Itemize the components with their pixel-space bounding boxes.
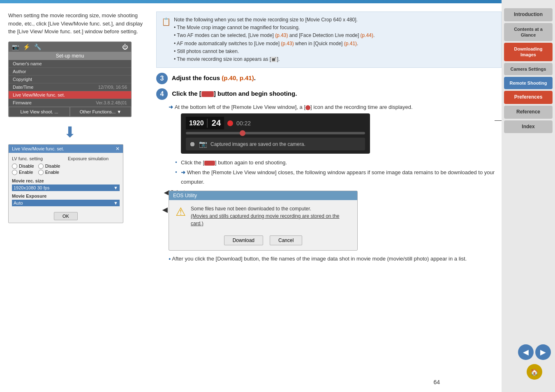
sidebar-item-remote-shooting[interactable]: Remote Shooting: [504, 77, 553, 89]
author-label: Author: [13, 69, 26, 74]
lv-dialog-body: LV func. setting Exposure simulation Dis…: [9, 153, 123, 210]
datetime-label: Date/Time: [13, 85, 33, 90]
down-arrow-container: ⬇: [8, 124, 132, 141]
step4-text: Click the [ ] button and begin shooting.: [172, 90, 297, 97]
eos-dialog: EOS Utility ⚠ Some files have not been d…: [169, 191, 358, 251]
step4-bullets: Click the [] button again to end shootin…: [175, 158, 502, 187]
step4-heading: 4 Click the [ ] button and begin shootin…: [156, 88, 502, 100]
menu-item-firmware: Firmware Ver.3.8.2.4B(01: [9, 99, 131, 107]
rec-slider-thumb: [240, 130, 245, 136]
datetime-value: 12/7/09, 16:56: [98, 85, 127, 90]
lv-disable-radio2[interactable]: Disable: [38, 164, 60, 169]
camera-menu-icons: 📷 ⚡ 🔧 ⏻: [9, 42, 131, 52]
eos-text1: Some files have not been downloaded to t…: [191, 205, 351, 212]
camera-menu: 📷 ⚡ 🔧 ⏻ Owner's name Set-up menu Owner's…: [8, 42, 132, 117]
lv-dialog-footer: OK: [9, 210, 123, 223]
owner-label: Owner's name: [13, 61, 42, 66]
lv-enable-radio1[interactable]: Enable: [12, 170, 34, 175]
lv-ok-button[interactable]: OK: [54, 212, 78, 220]
movie-rec-size-label: Movie rec. size: [12, 178, 120, 183]
sidebar-item-index[interactable]: Index: [504, 120, 553, 134]
lv-enable-radio2[interactable]: Enable: [38, 170, 60, 175]
lv-exp-options: Disable Enable: [38, 164, 60, 175]
lv-enable-input2[interactable]: [38, 170, 44, 175]
settings-icon: 🔧: [34, 44, 41, 50]
lv-disable-input2[interactable]: [38, 164, 44, 169]
step4-content: ➜ At the bottom left of the [Remote Live…: [169, 104, 502, 263]
lv-enable-label2: Enable: [45, 170, 59, 175]
lv-disable-label1: Disable: [19, 164, 34, 168]
record-btn-inline: [201, 91, 214, 97]
menu-item-datetime: Date/Time 12/7/09, 16:56: [9, 83, 131, 91]
lv-disable-label2: Disable: [45, 164, 60, 168]
sidebar-item-contents[interactable]: Contents at a Glance: [504, 23, 553, 42]
sidebar-item-camera-settings[interactable]: Camera Settings: [504, 63, 553, 75]
warning-icon: ⚠: [176, 205, 186, 219]
rec-top-row: 1920 │ 24 00:22: [186, 117, 365, 129]
other-functions-btn[interactable]: Other Functions... ▼: [70, 107, 131, 117]
menu-item-copyright: Copyright: [9, 76, 131, 83]
sidebar-item-reference[interactable]: Reference: [504, 106, 553, 119]
copyright-label: Copyright: [13, 77, 32, 82]
intro-text: When setting the movie recording size, m…: [8, 12, 148, 36]
sidebar-item-preferences[interactable]: Preferences: [504, 91, 553, 104]
nav-icons: ◀ ▶ 🏠: [518, 344, 551, 380]
rec-saved-text: Captured images are saved on the camera.: [210, 141, 305, 147]
movie-rec-size-dropdown[interactable]: 1920x1080 30 fps ▼: [12, 184, 120, 191]
step4-bullet2: Click the [] button again to end shootin…: [175, 158, 502, 167]
eos-dialog-text: Some files have not been downloaded to t…: [191, 205, 351, 227]
note-icon: 📋: [162, 16, 171, 28]
lv-disable-radio1[interactable]: Disable: [12, 164, 34, 169]
rec-cam-icon2: 📷: [199, 140, 207, 148]
eos-dialog-title: EOS Utility: [169, 191, 357, 200]
exposure-dropdown-arrow-icon: ▼: [113, 201, 118, 205]
sidebar-item-downloading[interactable]: Downloading Images: [504, 43, 553, 61]
step4-number: 4: [156, 88, 168, 100]
rec-circle-icon1: [305, 105, 310, 110]
prev-arrow[interactable]: ◀: [518, 344, 534, 360]
eos-text2-underline: (Movies and stills captured during movie…: [191, 213, 340, 226]
page-number: 64: [433, 379, 440, 385]
lv-enable-input1[interactable]: [12, 170, 17, 175]
firmware-label: Firmware: [13, 100, 32, 105]
lightning-icon: ⚡: [23, 44, 30, 50]
movie-exposure-dropdown[interactable]: Auto ▼: [12, 200, 120, 206]
lv-func-label: LV func. setting: [12, 156, 64, 161]
movie-exposure-label: Movie Exposure: [12, 194, 120, 198]
step3-link: (p.40, p.41): [222, 74, 254, 81]
eos-download-button[interactable]: Download: [224, 235, 263, 245]
recording-time-label-container: Recording time: [495, 118, 502, 123]
menu-item-owner: Owner's name: [9, 60, 131, 68]
top-bar: [0, 0, 555, 3]
set-up-menu-label: Set-up menu: [9, 52, 131, 60]
rec-btn-inline2: [204, 161, 215, 166]
recording-panel: 1920 │ 24 00:22 ⏺ 📷: [181, 113, 370, 154]
next-arrow[interactable]: ▶: [535, 344, 551, 360]
lv-close-icon[interactable]: ✕: [116, 146, 120, 152]
home-button[interactable]: 🏠: [527, 364, 542, 380]
recording-panel-container: 1920 │ 24 00:22 ⏺ 📷: [169, 113, 502, 154]
step4-bullet3: ➜ When the [Remote Live View window] clo…: [175, 168, 502, 187]
rec-dot: [227, 120, 233, 126]
final-bullet-text: After you click the [Download] button, t…: [172, 256, 467, 262]
lv-options-row: Disable Enable Disable: [12, 164, 120, 175]
dropdown-arrow-icon: ▼: [113, 185, 118, 190]
down-arrow-icon: ⬇: [64, 124, 76, 141]
lv-header-row: LV func. setting Exposure simulation: [12, 156, 120, 161]
menu-item-liveview: Live View/Movie func. set.: [9, 91, 131, 99]
right-column: 📋 Note the following when you set the mo…: [156, 12, 502, 392]
eos-cancel-button[interactable]: Cancel: [270, 235, 302, 245]
lv-dialog-title: Live View/Movie func. set. ✕: [9, 145, 123, 153]
movie-exposure-value: Auto: [14, 201, 23, 205]
rec-slider-bar: [186, 132, 365, 134]
note-content: Note the following when you set the movi…: [174, 16, 496, 63]
sidebar-item-introduction[interactable]: Introduction: [504, 8, 553, 21]
lv-disable-input1[interactable]: [12, 164, 17, 169]
lv-func-options: Disable Enable: [12, 164, 34, 175]
rec-timer: 00:22: [236, 120, 365, 127]
lv-dialog: Live View/Movie func. set. ✕ LV func. se…: [8, 144, 123, 223]
rec-size: 1920: [189, 120, 204, 127]
step3-period: .: [254, 74, 256, 81]
liveview-label: Live View/Movie func. set.: [13, 92, 65, 97]
live-view-shoot-btn[interactable]: Live View shoot. ...: [9, 107, 70, 117]
